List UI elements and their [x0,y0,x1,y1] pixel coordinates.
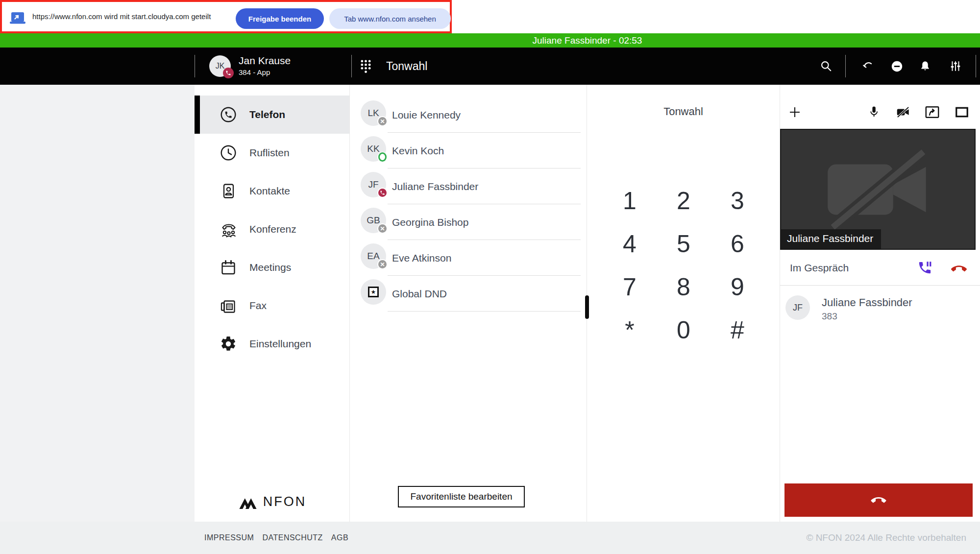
sidebar-item-konferenz[interactable]: Konferenz [195,210,349,248]
favorite-name: Juliane Fassbinder [392,169,478,204]
footer: IMPRESSUMDATENSCHUTZAGB © NFON 2024 Alle… [0,522,980,554]
window-icon[interactable] [955,105,969,119]
view-tab-button[interactable]: Tab www.nfon.com ansehen [329,8,451,29]
favorite-row[interactable]: ★Global DND [350,276,587,312]
header-divider [976,55,976,77]
sidebar-item-label: Einstellungen [249,325,311,363]
favorites-panel: LK✕Louie KennedyKKKevin KochJFJuliane Fa… [350,85,587,522]
sidebar-item-ruflisten[interactable]: Ruflisten [195,134,349,172]
hold-icon[interactable] [917,260,932,275]
user-extension: 384 - App [239,68,270,76]
favorite-row[interactable]: LK✕Louie Kennedy [350,97,587,133]
dialpad-key-#[interactable]: # [710,309,764,352]
dialpad-key-*[interactable]: * [603,309,657,352]
favorite-avatar: GB✕ [361,208,386,233]
dialpad-key-7[interactable]: 7 [603,265,657,309]
camera-off-icon[interactable] [895,105,911,119]
favorite-name: Global DND [392,276,447,312]
user-initials: JK [216,62,225,71]
stop-share-button[interactable]: Freigabe beenden [236,8,324,29]
sidebar: TelefonRuflistenKontakteKonferenzMeeting… [195,85,350,522]
copyright-text: © NFON 2024 Alle Rechte vorbehalten [806,522,966,554]
favorite-name: Eve Atkinson [392,240,451,276]
fax-icon [220,297,237,314]
share-screen-icon[interactable] [925,105,940,119]
app-header: JK Jan Krause 384 - App Tonwahl [0,48,980,85]
dialpad-title: Tonwahl [587,105,780,118]
camera-off-placeholder-icon [817,144,939,235]
footer-link-agb[interactable]: AGB [331,533,348,542]
search-icon[interactable] [820,60,833,72]
favorite-row[interactable]: KKKevin Koch [350,133,587,169]
user-avatar[interactable]: JK [209,55,231,77]
favorite-initials: LK [368,108,379,119]
sidebar-item-meetings[interactable]: Meetings [195,248,349,287]
favorite-avatar: JF [361,172,386,197]
favorite-avatar: KK [361,136,386,162]
nfon-logo-mark-icon [238,494,258,510]
dialpad-key-4[interactable]: 4 [603,222,657,265]
dialpad-key-8[interactable]: 8 [657,265,710,309]
dialpad-key-0[interactable]: 0 [657,309,710,352]
contact-name: Juliane Fassbinder [822,296,912,309]
contact-number: 383 [822,311,837,322]
favorite-row[interactable]: JFJuliane Fassbinder [350,169,587,204]
header-divider [351,55,352,77]
active-call-text: Juliane Fassbinder - 02:53 [195,33,980,48]
conference-icon [220,220,237,238]
edit-favorites-button[interactable]: Favoritenliste bearbeiten [398,486,525,507]
contact-initials: JF [793,303,803,313]
gear-icon [220,335,237,353]
sidebar-item-fax[interactable]: Fax [195,287,349,325]
favorite-initials: JF [368,179,378,190]
dnd-icon[interactable] [890,60,903,72]
status-badge-available [377,152,388,162]
add-call-icon[interactable] [788,105,802,119]
screen-share-tab-icon [10,12,25,24]
hangup-button[interactable] [784,483,973,517]
dnd-star-square-icon: ★ [368,287,379,297]
sliders-icon[interactable] [949,60,962,72]
favorite-initials: KK [367,144,379,154]
video-participant-label: Juliane Fassbinder [781,229,881,249]
user-incall-badge-icon [223,68,234,78]
footer-link-datenschutz[interactable]: DATENSCHUTZ [262,533,322,542]
call-status-row: Im Gespräch [780,250,980,286]
status-badge-offline: ✕ [377,223,388,234]
sidebar-item-telefon[interactable]: Telefon [195,96,349,134]
call-panel: Juliane Fassbinder Im Gespräch JF Julian… [780,85,980,522]
dialpad-key-5[interactable]: 5 [657,222,710,265]
dialpad-key-1[interactable]: 1 [603,179,657,222]
dialpad-key-6[interactable]: 6 [710,222,764,265]
clock-icon [220,144,237,162]
hangup-icon[interactable] [951,261,967,277]
favorite-avatar: ★ [361,279,386,305]
call-forward-icon[interactable] [861,60,874,72]
footer-link-impressum[interactable]: IMPRESSUM [204,533,254,542]
contact-avatar: JF [785,295,810,320]
sidebar-item-einstellungen[interactable]: Einstellungen [195,325,349,363]
row-divider [388,311,581,312]
active-call-bar[interactable]: Juliane Fassbinder - 02:53 [0,33,980,48]
dialpad-key-9[interactable]: 9 [710,265,764,309]
dialpad-key-3[interactable]: 3 [710,179,764,222]
favorite-name: Kevin Koch [392,133,444,169]
mic-icon[interactable] [868,105,880,119]
favorite-row[interactable]: EA✕Eve Atkinson [350,240,587,276]
footer-links: IMPRESSUMDATENSCHUTZAGB [204,522,348,554]
panel-resize-handle[interactable] [585,295,589,319]
status-badge-offline: ✕ [377,116,388,126]
header-divider [845,55,846,77]
sidebar-item-label: Ruflisten [249,134,290,172]
share-message: https://www.nfon.com wird mit start.clou… [32,2,211,31]
sidebar-item-kontakte[interactable]: Kontakte [195,172,349,210]
remote-video-tile: Juliane Fassbinder [780,129,976,250]
calendar-icon [220,259,237,276]
favorite-name: Georgina Bishop [392,204,468,240]
bell-icon[interactable] [919,60,931,72]
favorites-list: LK✕Louie KennedyKKKevin KochJFJuliane Fa… [350,97,587,312]
nfon-logo: NFON [195,494,349,510]
favorite-name: Louie Kennedy [392,97,461,133]
favorite-row[interactable]: GB✕Georgina Bishop [350,204,587,240]
dialpad-key-2[interactable]: 2 [657,179,710,222]
